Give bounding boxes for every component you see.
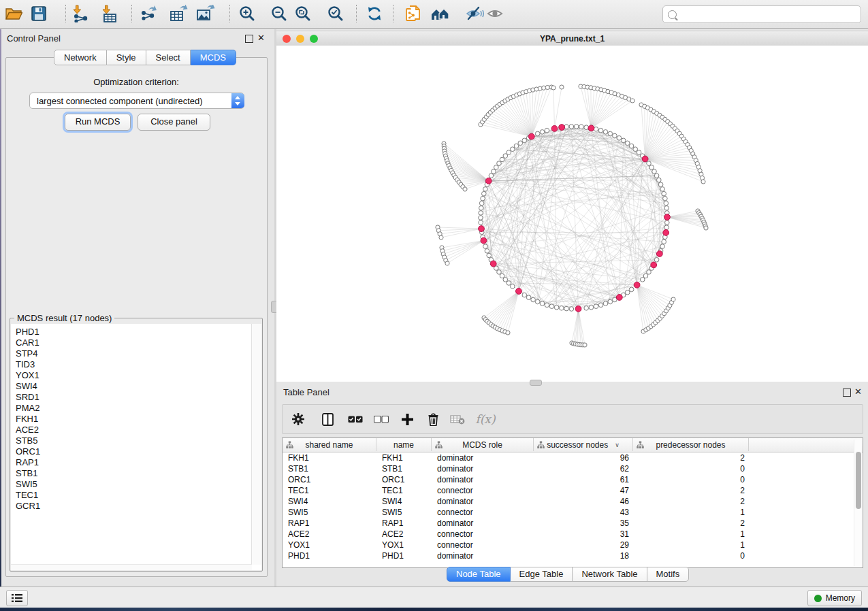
export-table-button[interactable]	[167, 2, 190, 25]
table-row-PHD1[interactable]: PHD1PHD1dominator180	[283, 550, 863, 561]
column-header-MCDS-role[interactable]: MCDS role	[432, 438, 534, 451]
column-header-predecessor-nodes[interactable]: predecessor nodes	[633, 438, 749, 451]
mcds-node-item[interactable]: STB1	[16, 468, 40, 479]
desktop-wallpaper-edge	[0, 29, 1, 608]
mcds-node-item[interactable]: RAP1	[16, 457, 40, 468]
hide-selected-button[interactable]	[463, 2, 486, 25]
toolbar-separator	[393, 5, 393, 22]
close-panel-button[interactable]: Close panel	[138, 114, 210, 131]
toolbar-separator	[356, 5, 357, 22]
column-header-name[interactable]: name	[376, 438, 432, 451]
criterion-select[interactable]: largest connected component (undirected)	[29, 93, 244, 109]
clone-network-icon	[404, 5, 422, 23]
mcds-node-item[interactable]: ACE2	[16, 425, 40, 435]
zoom-selected-icon	[327, 5, 344, 22]
mcds-result-list[interactable]: PHD1CAR1STP4TID3YOX1SWI4SRD1PMA2FKH1ACE2…	[11, 324, 261, 570]
cell-successor-nodes: 43	[534, 507, 633, 518]
show-all-button[interactable]	[483, 2, 507, 25]
plus-icon	[402, 414, 413, 425]
mcds-node-item[interactable]: PHD1	[16, 327, 40, 337]
mcds-node-item[interactable]: STB5	[16, 435, 40, 446]
search-input[interactable]	[679, 7, 861, 21]
table-row-YOX1[interactable]: YOX1YOX1connector291	[283, 540, 863, 550]
tab-edge-table[interactable]: Edge Table	[511, 567, 573, 582]
tab-select[interactable]: Select	[146, 50, 191, 65]
open-file-button[interactable]	[2, 2, 25, 25]
tab-motifs[interactable]: Motifs	[647, 567, 690, 582]
show-column-panel-button[interactable]	[317, 405, 338, 433]
close-panel-icon[interactable]: ✕	[257, 33, 265, 43]
network-window-titlebar: YPA_prune.txt_1	[276, 31, 868, 47]
tab-mcds[interactable]: MCDS	[191, 50, 236, 65]
mcds-node-item[interactable]: SWI4	[16, 381, 40, 392]
zoom-out-button[interactable]	[268, 2, 291, 25]
network-canvas[interactable]	[276, 46, 868, 382]
zoom-selected-button[interactable]	[324, 2, 347, 25]
mcds-node-item[interactable]: STP4	[16, 348, 40, 359]
save-button[interactable]	[27, 2, 50, 25]
optimization-criterion-label: Optimization criterion:	[5, 77, 267, 87]
cell-shared-name: TEC1	[283, 485, 376, 496]
select-all-button[interactable]	[345, 405, 366, 433]
tab-style[interactable]: Style	[107, 50, 146, 65]
mcds-node-item[interactable]: CAR1	[16, 337, 40, 348]
memory-button[interactable]: Memory	[807, 590, 862, 606]
sort-desc-icon: ∨	[615, 442, 620, 448]
column-header-shared-name[interactable]: shared name	[283, 438, 376, 451]
tab-node-table[interactable]: Node Table	[447, 567, 511, 582]
mcds-node-item[interactable]: PMA2	[16, 403, 40, 414]
tab-network-table[interactable]: Network Table	[573, 567, 647, 582]
deselect-all-button[interactable]	[371, 405, 391, 433]
table-row-ACE2[interactable]: ACE2ACE2connector311	[283, 529, 863, 540]
table-row-RAP1[interactable]: RAP1RAP1dominator352	[283, 518, 863, 529]
cell-successor-nodes: 46	[534, 496, 633, 507]
delete-column-button[interactable]	[423, 405, 443, 433]
search-input-wrap	[662, 5, 861, 23]
mcds-node-item[interactable]: TID3	[16, 359, 40, 370]
network-graph[interactable]	[276, 48, 868, 382]
tab-network[interactable]: Network	[54, 50, 107, 65]
mcds-node-item[interactable]: FKH1	[16, 414, 40, 425]
zoom-fit-button[interactable]	[291, 2, 315, 25]
mcds-node-item[interactable]: GCR1	[16, 501, 40, 512]
import-network-button[interactable]	[68, 2, 91, 25]
cell-predecessor-nodes: 1	[633, 529, 749, 540]
list-horizontal-scrollbar[interactable]	[11, 564, 252, 570]
clone-network-button[interactable]	[402, 2, 425, 25]
float-panel-icon[interactable]	[245, 35, 253, 43]
mcds-node-item[interactable]: SRD1	[16, 392, 40, 403]
run-mcds-button[interactable]: Run MCDS	[65, 114, 131, 131]
close-table-panel-icon[interactable]: ✕	[854, 386, 862, 397]
table-vertical-scrollbar[interactable]	[854, 440, 862, 566]
select-stepper-icon	[231, 93, 244, 108]
cell-successor-nodes: 96	[534, 452, 633, 463]
show-panels-button[interactable]	[6, 590, 28, 606]
cell-successor-nodes: 29	[534, 540, 633, 550]
mcds-node-item[interactable]: YOX1	[16, 370, 40, 381]
table-row-FKH1[interactable]: FKH1FKH1dominator962	[283, 452, 863, 463]
table-row-STB1[interactable]: STB1STB1dominator620	[283, 463, 863, 474]
table-row-TEC1[interactable]: TEC1TEC1connector472	[283, 485, 863, 496]
export-image-button[interactable]	[194, 2, 217, 25]
export-image-icon	[196, 5, 215, 22]
float-table-panel-icon[interactable]	[843, 389, 851, 397]
first-neighbors-button[interactable]	[429, 2, 452, 25]
list-vertical-scrollbar[interactable]	[251, 324, 261, 565]
zoom-in-button[interactable]	[236, 2, 259, 25]
import-table-button[interactable]	[97, 2, 120, 25]
column-header-successor-nodes[interactable]: successor nodes∨	[534, 438, 633, 451]
attribute-icon	[637, 441, 644, 449]
table-row-ORC1[interactable]: ORC1ORC1dominator610	[283, 474, 863, 485]
export-network-button[interactable]	[136, 2, 159, 25]
mcds-node-item[interactable]: SWI5	[16, 479, 40, 490]
mcds-node-item[interactable]: ORC1	[16, 446, 40, 457]
toolbar-separator	[131, 5, 132, 22]
create-column-button[interactable]	[397, 405, 417, 433]
table-row-SWI4[interactable]: SWI4SWI4dominator462	[283, 496, 863, 507]
table-settings-button[interactable]	[288, 405, 308, 433]
gear-icon	[291, 412, 305, 426]
refresh-button[interactable]	[363, 2, 386, 25]
mcds-result-title: MCDS result (17 nodes)	[14, 313, 114, 323]
table-row-SWI5[interactable]: SWI5SWI5connector431	[283, 507, 863, 518]
mcds-node-item[interactable]: TEC1	[16, 490, 40, 501]
